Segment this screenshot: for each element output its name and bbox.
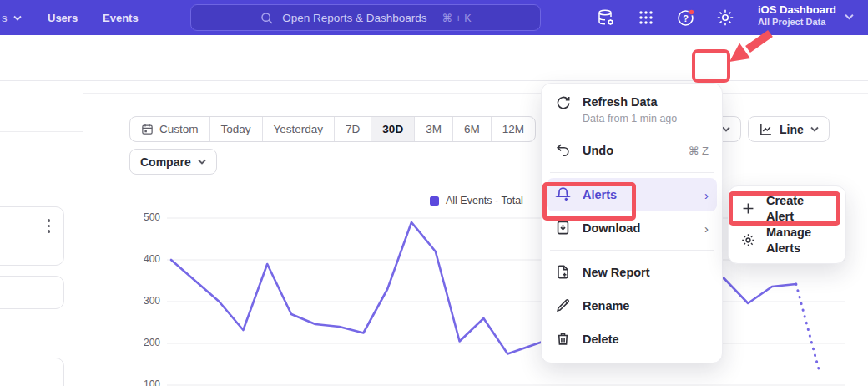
menu-item-label: Refresh Data	[583, 94, 677, 110]
chevron-down-icon	[13, 15, 22, 21]
date-range-7d[interactable]: 7D	[335, 117, 371, 141]
date-range-label: 7D	[346, 123, 360, 135]
sidebar-card[interactable]	[0, 206, 64, 266]
submenu-caret-icon: ›	[704, 221, 709, 236]
chevron-down-icon[interactable]	[845, 13, 854, 20]
menu-item-refresh-data[interactable]: Refresh Data Data from 1 min ago	[547, 90, 717, 134]
date-range-label: 3M	[426, 123, 442, 135]
menu-item-sublabel: Data from 1 min ago	[583, 113, 677, 124]
date-range-segmented-control: Custom Today Yesterday 7D 30D 3M 6M 12M	[129, 116, 536, 142]
nav-item-truncated[interactable]: s	[2, 12, 22, 24]
download-icon	[555, 220, 572, 236]
new-report-icon	[555, 264, 572, 281]
sidebar-divider	[0, 131, 83, 132]
menu-item-label: New Report	[583, 265, 650, 281]
chart-legend: All Events - Total	[430, 195, 523, 206]
compare-label: Compare	[140, 155, 191, 169]
settings-gear-icon[interactable]	[715, 8, 735, 28]
gear-icon	[740, 232, 757, 249]
menu-item-delete[interactable]: Delete	[547, 323, 717, 356]
date-range-3m[interactable]: 3M	[415, 117, 453, 141]
date-range-6m[interactable]: 6M	[453, 117, 492, 141]
chart-type-dropdown[interactable]: Line	[748, 116, 830, 142]
date-range-label: 30D	[382, 123, 403, 135]
menu-divider	[550, 250, 714, 251]
menu-item-label: Rename	[583, 298, 629, 314]
plus-icon	[740, 201, 757, 217]
alerts-submenu: Create Alert Manage Alerts	[728, 185, 846, 264]
menu-item-shortcut: ⌘ Z	[688, 145, 709, 157]
date-range-30d-selected[interactable]: 30D	[371, 117, 415, 141]
search-shortcut: ⌘ + K	[442, 12, 472, 24]
app-window: 100200300400500 All Events - Total Custo…	[0, 0, 868, 386]
submenu-item-label: Create Alert	[766, 193, 834, 225]
chevron-down-icon	[810, 126, 819, 132]
report-header	[0, 35, 868, 81]
line-chart-icon	[759, 122, 773, 136]
sidebar-divider	[0, 165, 83, 165]
sidebar-card[interactable]	[0, 276, 64, 309]
menu-item-new-report[interactable]: New Report	[547, 256, 717, 289]
date-range-label: 6M	[464, 123, 480, 135]
menu-item-alerts[interactable]: Alerts ›	[547, 178, 717, 211]
date-range-today[interactable]: Today	[210, 117, 263, 141]
date-range-12m[interactable]: 12M	[492, 117, 535, 141]
calendar-icon	[141, 123, 154, 135]
date-range-label: Custom	[159, 123, 199, 135]
date-range-label: Yesterday	[274, 123, 324, 135]
left-sidebar	[0, 81, 83, 386]
legend-label: All Events - Total	[446, 195, 523, 206]
nav-item-truncated-label: s	[2, 12, 8, 24]
date-range-label: Today	[221, 123, 251, 135]
search-input[interactable]: Open Reports & Dashboards ⌘ + K	[190, 4, 541, 31]
nav-item-users[interactable]: Users	[48, 12, 78, 24]
sidebar-card[interactable]	[0, 358, 64, 386]
search-icon	[260, 11, 274, 25]
nav-item-events[interactable]: Events	[103, 12, 139, 24]
more-options-menu: Refresh Data Data from 1 min ago Undo ⌘ …	[541, 83, 723, 363]
date-range-label: 12M	[502, 123, 524, 135]
submenu-item-manage-alerts[interactable]: Manage Alerts	[734, 225, 840, 256]
legend-swatch	[430, 196, 439, 206]
menu-item-download[interactable]: Download ›	[547, 211, 717, 245]
data-management-icon[interactable]	[596, 8, 616, 28]
svg-text:?: ?	[683, 13, 689, 23]
menu-divider	[550, 172, 714, 173]
date-range-custom[interactable]: Custom	[130, 117, 210, 141]
top-navigation-bar: s Users Events Open Reports & Dashboards…	[0, 0, 868, 35]
project-scope: All Project Data	[758, 17, 836, 28]
chart-type-label: Line	[780, 123, 804, 136]
date-range-yesterday[interactable]: Yesterday	[263, 117, 336, 141]
kebab-menu-icon[interactable]	[48, 219, 51, 233]
refresh-icon	[555, 94, 572, 111]
menu-item-rename[interactable]: Rename	[547, 289, 717, 323]
submenu-item-create-alert[interactable]: Create Alert	[734, 193, 840, 225]
menu-item-undo[interactable]: Undo ⌘ Z	[547, 134, 717, 167]
menu-item-label: Delete	[583, 332, 619, 348]
notification-dot	[689, 9, 694, 15]
project-name: iOS Dashboard	[758, 3, 836, 17]
menu-item-label: Alerts	[583, 187, 617, 203]
help-icon[interactable]: ?	[676, 8, 696, 28]
chevron-down-icon	[722, 126, 730, 132]
submenu-item-label: Manage Alerts	[766, 225, 834, 256]
apps-grid-icon[interactable]	[636, 8, 656, 28]
compare-dropdown[interactable]: Compare	[129, 149, 217, 175]
chevron-down-icon	[198, 159, 206, 165]
alert-bell-plus-icon	[555, 186, 572, 203]
project-switcher[interactable]: iOS Dashboard All Project Data	[758, 3, 836, 28]
undo-icon	[555, 142, 572, 159]
pencil-icon	[555, 297, 572, 314]
trash-icon	[555, 331, 572, 348]
menu-item-label: Undo	[583, 143, 613, 159]
submenu-caret-icon: ›	[704, 188, 709, 202]
menu-item-label: Download	[583, 221, 640, 236]
search-placeholder: Open Reports & Dashboards	[282, 12, 426, 24]
